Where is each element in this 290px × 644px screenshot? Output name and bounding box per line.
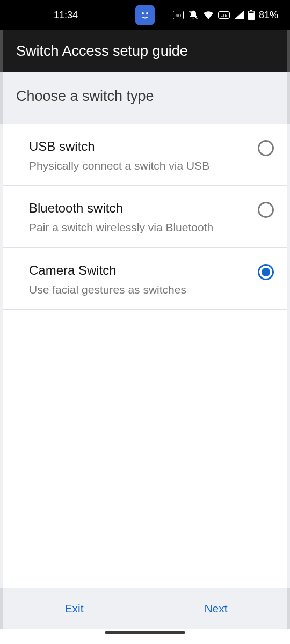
radio-usb[interactable]	[258, 140, 274, 156]
status-time: 11:34	[54, 10, 78, 21]
svg-text:LTE: LTE	[221, 13, 228, 17]
wifi-icon	[203, 11, 214, 19]
svg-rect-9	[249, 12, 253, 13]
option-desc: Physically connect a switch via USB	[29, 158, 249, 173]
switch-type-list: USB switch Physically connect a switch v…	[0, 124, 290, 310]
battery-percent: 81%	[259, 10, 278, 21]
next-button[interactable]: Next	[145, 588, 287, 629]
battery-icon	[248, 10, 255, 20]
svg-point-0	[142, 12, 144, 14]
status-right-icons: 90 LTE 81%	[173, 10, 278, 21]
option-desc: Pair a switch wirelessly via Bluetooth	[29, 220, 249, 235]
radio-bluetooth[interactable]	[258, 202, 274, 218]
refresh-rate-icon: 90	[173, 11, 184, 19]
svg-point-1	[146, 12, 148, 14]
option-desc: Use facial gestures as switches	[29, 282, 249, 297]
page-title: Switch Access setup guide	[16, 43, 188, 60]
svg-text:90: 90	[176, 13, 181, 18]
option-bluetooth-switch[interactable]: Bluetooth switch Pair a switch wirelessl…	[3, 186, 287, 247]
button-bar: Exit Next	[0, 588, 290, 629]
notifications-off-icon	[188, 10, 199, 20]
navigation-bar	[0, 629, 290, 644]
option-title: USB switch	[29, 139, 249, 154]
status-center-icons	[135, 5, 155, 25]
volte-icon: LTE	[218, 11, 230, 19]
option-usb-switch[interactable]: USB switch Physically connect a switch v…	[3, 124, 287, 186]
option-title: Camera Switch	[29, 263, 249, 278]
radio-camera[interactable]	[258, 264, 274, 280]
exit-button[interactable]: Exit	[3, 588, 145, 629]
signal-icon	[234, 11, 244, 19]
content-area	[0, 310, 290, 588]
section-heading: Choose a switch type	[0, 72, 290, 124]
status-bar: 11:34 90 LTE 81%	[0, 0, 290, 30]
app-bar: Switch Access setup guide	[0, 30, 290, 72]
face-app-icon	[135, 5, 155, 25]
svg-rect-8	[250, 10, 252, 11]
gesture-handle[interactable]	[105, 631, 185, 634]
option-title: Bluetooth switch	[29, 201, 249, 216]
option-camera-switch[interactable]: Camera Switch Use facial gestures as swi…	[3, 248, 287, 310]
